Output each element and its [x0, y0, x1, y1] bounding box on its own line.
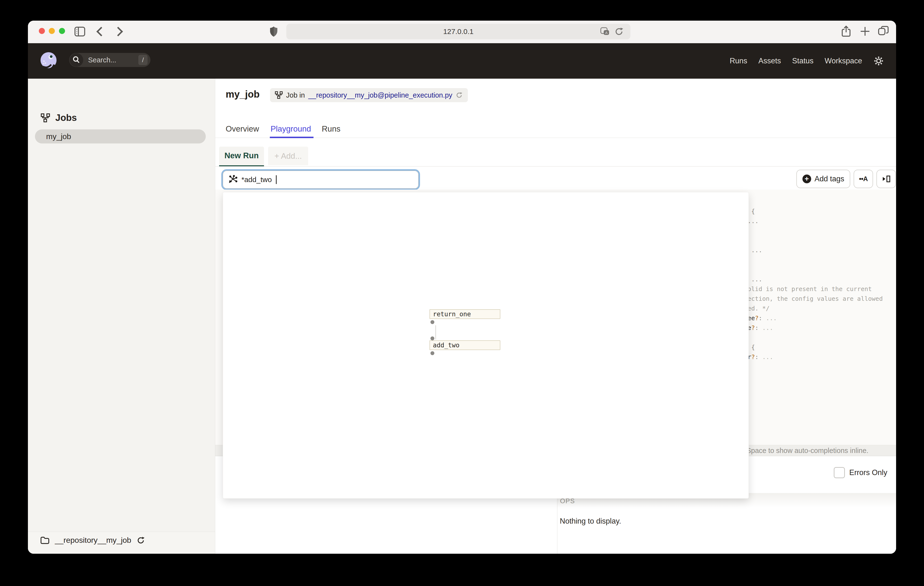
op-selector-input[interactable]: *add_two: [221, 169, 420, 190]
shield-icon[interactable]: [270, 26, 278, 37]
reload-icon[interactable]: [614, 27, 624, 36]
output-handle: [431, 351, 434, 355]
app-body: Jobs my_job __repository__my_job: [28, 79, 896, 554]
back-icon[interactable]: [96, 27, 106, 36]
run-config-tab-add[interactable]: + Add...: [268, 147, 308, 165]
ops-empty-message: Nothing to display.: [560, 517, 621, 526]
address-bar[interactable]: 127.0.0.1 A: [286, 24, 630, 39]
errors-only-toggle[interactable]: Errors Only: [834, 467, 888, 478]
main-content: my_job Job in __repository__my_job@pipel…: [215, 79, 896, 554]
translate-icon[interactable]: A: [600, 27, 610, 36]
jobs-title: Jobs: [55, 113, 77, 123]
page-title: my_job: [226, 89, 260, 100]
plus-circle-icon: +: [802, 175, 811, 183]
run-tabs-divider: [215, 166, 896, 167]
close-window-button[interactable]: [39, 28, 45, 34]
add-tags-button[interactable]: + Add tags: [796, 170, 850, 188]
header-nav: Runs Assets Status Workspace: [729, 43, 884, 79]
job-graph-icon: [41, 113, 50, 122]
svg-text:A: A: [605, 31, 607, 35]
refresh-icon[interactable]: [456, 91, 463, 99]
page-tabs: Overview Playground Runs: [215, 120, 896, 138]
search-placeholder: Search...: [88, 53, 116, 67]
input-handle: [431, 336, 434, 340]
refresh-icon[interactable]: [137, 536, 145, 545]
dag-edge: [435, 325, 436, 339]
active-tab-underline: [270, 137, 314, 138]
settings-gear-icon[interactable]: [873, 56, 884, 66]
panel-toggle-button[interactable]: [876, 170, 896, 188]
errors-only-label: Errors Only: [849, 468, 888, 477]
sidebar-item-my-job[interactable]: my_job: [35, 129, 206, 144]
app-header: Search... / Runs Assets Status Workspace: [28, 43, 896, 79]
autocomplete-hint: +Space to show auto-completions inline.: [742, 445, 868, 456]
nav-assets[interactable]: Assets: [759, 56, 781, 65]
panel-toggle-icon: [881, 175, 891, 183]
dag-node-return-one[interactable]: return_one: [429, 309, 500, 319]
tab-playground[interactable]: Playground: [271, 120, 311, 137]
tab-runs[interactable]: Runs: [322, 120, 340, 137]
jobs-section-header: Jobs: [41, 113, 77, 123]
tab-overview[interactable]: Overview: [226, 120, 259, 137]
op-selector-value: *add_two: [241, 175, 272, 184]
output-handle: [431, 320, 434, 324]
op-graph-icon: [228, 175, 238, 184]
nav-status[interactable]: Status: [792, 56, 813, 65]
dagster-logo[interactable]: [40, 51, 58, 70]
badge-repository-link[interactable]: __repository__my_job@pipeline_execution.…: [308, 91, 452, 99]
minimize-window-button[interactable]: [49, 28, 55, 34]
nav-runs[interactable]: Runs: [729, 56, 747, 65]
job-graph-icon: [275, 91, 283, 99]
sidebar-footer: __repository__my_job: [28, 531, 215, 554]
search-icon: [69, 53, 83, 67]
share-icon[interactable]: [841, 25, 851, 38]
text-caret: [276, 175, 277, 184]
run-config-tab-new-run[interactable]: New Run: [219, 147, 264, 167]
folder-icon: [40, 536, 50, 544]
browser-window: 127.0.0.1 A: [28, 21, 896, 554]
zoom-window-button[interactable]: [59, 28, 65, 34]
job-origin-badge: Job in __repository__my_job@pipeline_exe…: [270, 88, 468, 102]
search-input[interactable]: Search... /: [69, 53, 150, 67]
tab-overview-icon[interactable]: [878, 25, 889, 37]
graph-preview-popover: return_one add_two: [223, 192, 749, 498]
errors-only-checkbox[interactable]: [834, 467, 845, 478]
repository-name[interactable]: __repository__my_job: [55, 536, 131, 545]
nav-workspace[interactable]: Workspace: [825, 56, 862, 65]
sidebar-toggle-icon[interactable]: [74, 27, 85, 36]
dag-node-add-two[interactable]: add_two: [429, 340, 500, 350]
autocomplete-button[interactable]: ••A: [854, 170, 873, 188]
badge-prefix: Job in: [286, 91, 305, 99]
config-editor-text: : { ... {: ... : ...solid is not present…: [744, 207, 883, 362]
forward-icon[interactable]: [113, 27, 123, 36]
browser-toolbar: 127.0.0.1 A: [28, 21, 896, 43]
url-text: 127.0.0.1: [286, 24, 630, 39]
new-tab-icon[interactable]: [860, 26, 870, 36]
search-shortcut-badge: /: [138, 55, 147, 65]
sidebar: Jobs my_job __repository__my_job: [28, 79, 215, 554]
